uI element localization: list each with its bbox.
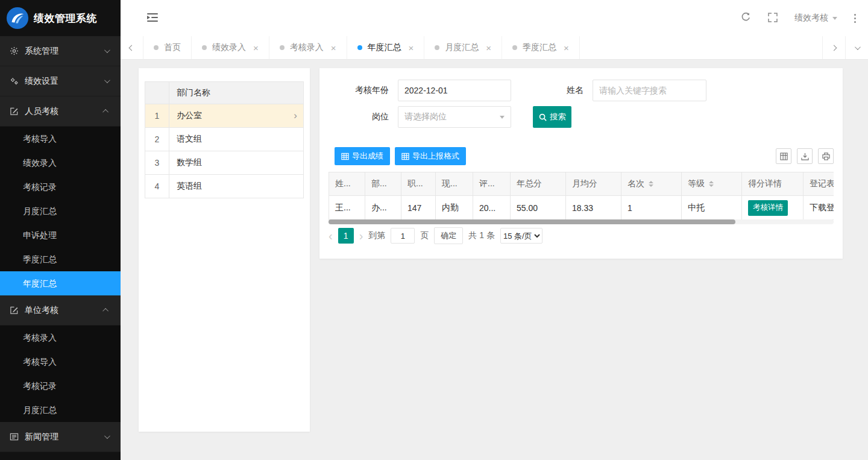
menu-label: 单位考核 <box>25 305 58 316</box>
tab-home[interactable]: 首页 <box>143 36 192 59</box>
sidebar-item-appeal-handling[interactable]: 申诉处理 <box>0 223 121 247</box>
column-header[interactable]: 评... <box>473 172 510 195</box>
refresh-button[interactable] <box>741 12 751 24</box>
column-header[interactable]: 姓... <box>329 172 365 195</box>
close-icon[interactable]: × <box>331 43 336 53</box>
menu-label: 人员考核 <box>25 106 58 117</box>
sidebar-item-assess-import[interactable]: 考核导入 <box>0 127 121 151</box>
tab-label: 考核录入 <box>290 42 324 53</box>
chevron-down-icon <box>104 433 110 439</box>
export-report-button[interactable]: 导出上报格式 <box>395 147 466 165</box>
tab-label: 年度汇总 <box>368 42 401 53</box>
dept-row-english-group[interactable]: 4 英语组 <box>145 175 303 198</box>
close-icon[interactable]: × <box>486 43 491 53</box>
post-select-placeholder: 请选择岗位 <box>404 112 447 122</box>
column-header[interactable]: 职... <box>401 172 435 195</box>
tab-quarterly-summary[interactable]: 季度汇总 × <box>502 36 580 59</box>
tab-label: 季度汇总 <box>523 42 556 53</box>
year-label: 考核年份 <box>319 85 398 96</box>
chevron-down-icon <box>104 77 110 83</box>
close-icon[interactable]: × <box>409 43 414 53</box>
export-scores-button[interactable]: 导出成绩 <box>335 147 390 165</box>
sidebar-item-system-mgmt[interactable]: 系统管理 <box>0 36 121 66</box>
collapse-menu-icon <box>147 13 158 22</box>
sidebar-item-annual-summary[interactable]: 年度汇总 <box>0 271 121 295</box>
current-page[interactable]: 1 <box>338 228 354 244</box>
row-index: 3 <box>145 151 169 174</box>
tab-assess-entry[interactable]: 考核录入 × <box>269 36 347 59</box>
department-panel: 部门名称 1 办公室 › 2 语文组 3 数学组 4 英语组 <box>139 68 310 432</box>
sidebar-item-unit-monthly-summary[interactable]: 月度汇总 <box>0 398 121 422</box>
tab-label: 绩效录入 <box>212 42 246 53</box>
user-menu-dropdown[interactable]: 绩效考核 <box>794 13 837 24</box>
tabs-scroll-right[interactable] <box>822 36 845 59</box>
cell-duty: 147 <box>401 196 435 219</box>
tabs: 首页 绩效录入 × 考核录入 × 年度汇总 × 月度汇总 × 季度汇总 × <box>143 36 822 59</box>
sort-icon[interactable] <box>649 181 653 187</box>
sort-icon[interactable] <box>709 181 714 187</box>
sidebar-item-unit-assess[interactable]: 单位考核 <box>0 295 121 326</box>
more-menu-button[interactable] <box>854 14 856 23</box>
table-icon <box>401 153 409 160</box>
cell-month-avg: 18.33 <box>565 196 621 219</box>
tab-dot <box>202 45 207 50</box>
print-button[interactable] <box>818 148 834 164</box>
tab-monthly-summary[interactable]: 月度汇总 × <box>424 36 502 59</box>
summary-panel: 考核年份 姓名 岗位 请选择岗位 搜索 <box>319 68 843 259</box>
sidebar-item-perf-entry[interactable]: 绩效录入 <box>0 151 121 175</box>
filter-columns-button[interactable] <box>776 148 791 164</box>
search-button[interactable]: 搜索 <box>533 106 571 128</box>
dept-row-office[interactable]: 1 办公室 › <box>145 104 303 128</box>
fullscreen-button[interactable] <box>768 13 778 24</box>
tab-bar: 首页 绩效录入 × 考核录入 × 年度汇总 × 月度汇总 × 季度汇总 × <box>121 36 868 60</box>
sidebar-menu: 系统管理 绩效设置 人员考核 <box>0 36 121 452</box>
sidebar-item-quarterly-summary[interactable]: 季度汇总 <box>0 247 121 271</box>
export-table-button[interactable] <box>797 148 813 164</box>
year-input[interactable] <box>398 80 511 101</box>
dept-name: 语文组 <box>177 134 202 145</box>
post-select[interactable]: 请选择岗位 <box>398 106 511 128</box>
dept-row-chinese-group[interactable]: 2 语文组 <box>145 128 303 151</box>
grid-tools <box>776 148 834 164</box>
app-logo-icon <box>6 7 29 30</box>
sidebar-item-unit-assess-records[interactable]: 考核记录 <box>0 374 121 398</box>
tab-perf-entry[interactable]: 绩效录入 × <box>192 36 269 59</box>
scrollbar-thumb[interactable] <box>329 219 735 224</box>
dept-row-math-group[interactable]: 3 数学组 <box>145 151 303 175</box>
sidebar-item-unit-assess-import[interactable]: 考核导入 <box>0 350 121 374</box>
column-header[interactable]: 年总分 <box>510 172 565 195</box>
search-icon <box>538 113 547 122</box>
close-icon[interactable]: × <box>564 43 569 53</box>
confirm-page-button[interactable]: 确定 <box>434 227 463 244</box>
tab-annual-summary[interactable]: 年度汇总 × <box>347 36 425 59</box>
name-search-input[interactable] <box>593 80 706 101</box>
sidebar-item-monthly-summary[interactable]: 月度汇总 <box>0 199 121 223</box>
sidebar-collapse-button[interactable] <box>147 13 158 24</box>
sidebar-item-unit-assess-entry[interactable]: 考核录入 <box>0 326 121 350</box>
row-index: 4 <box>145 175 169 198</box>
topbar: 绩效考核 <box>121 0 868 36</box>
post-label: 岗位 <box>319 112 398 122</box>
download-register-link[interactable]: 下载登记 <box>810 203 834 213</box>
tabs-menu[interactable] <box>845 36 868 59</box>
sidebar-item-news-mgmt[interactable]: 新闻管理 <box>0 422 121 452</box>
goto-page-input[interactable] <box>391 228 415 244</box>
table-row[interactable]: 王... 办... 147 内勤 20... 55.00 18.33 1 中托 … <box>329 196 834 220</box>
column-header[interactable]: 月均分 <box>565 172 621 195</box>
column-header[interactable]: 部... <box>365 172 401 195</box>
column-header[interactable]: 现... <box>435 172 473 195</box>
next-page-icon[interactable]: › <box>359 230 363 242</box>
horizontal-scrollbar[interactable] <box>329 219 834 224</box>
column-header-rank[interactable]: 名次 <box>621 172 681 195</box>
sidebar-item-assess-records[interactable]: 考核记录 <box>0 175 121 199</box>
page-size-select[interactable]: 15 条/页 <box>500 228 542 244</box>
column-header-grade[interactable]: 等级 <box>681 172 741 195</box>
close-icon[interactable]: × <box>253 43 259 53</box>
column-header: 登记表 <box>803 172 834 195</box>
sidebar-item-perf-settings[interactable]: 绩效设置 <box>0 66 121 96</box>
prev-page-icon[interactable]: ‹ <box>329 230 333 242</box>
submenu-unit: 考核录入 考核导入 考核记录 月度汇总 <box>0 326 121 422</box>
sidebar-item-personnel-assess[interactable]: 人员考核 <box>0 96 121 127</box>
tabs-scroll-left[interactable] <box>121 36 143 59</box>
assess-detail-button[interactable]: 考核详情 <box>748 200 788 216</box>
